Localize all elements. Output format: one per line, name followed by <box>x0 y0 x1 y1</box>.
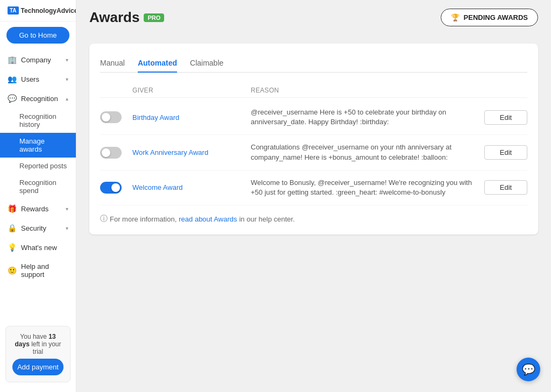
col-action <box>484 87 527 94</box>
company-icon: 🏢 <box>8 55 17 64</box>
whats-new-icon: 💡 <box>8 243 17 252</box>
toggle-switch-work-anniversary[interactable] <box>100 147 122 159</box>
toggle-switch-birthday[interactable] <box>100 111 122 123</box>
sidebar-item-label-recognition: Recognition <box>21 95 58 103</box>
pro-badge: PRO <box>144 13 164 22</box>
toggle-welcome[interactable] <box>100 182 132 194</box>
sidebar-item-recognition[interactable]: 💬 Recognition ▴ <box>0 89 76 108</box>
content-area: Manual Automated Claimable Giver Reason … <box>76 35 551 392</box>
toggle-work-anniversary[interactable] <box>100 147 132 159</box>
read-about-awards-link[interactable]: read about Awards <box>179 215 237 223</box>
help-icon: 🙂 <box>8 266 17 275</box>
toggle-birthday[interactable] <box>100 111 132 123</box>
chat-fab-button[interactable]: 💬 <box>517 358 540 381</box>
go-home-button[interactable]: Go to Home <box>6 27 69 44</box>
table-row: Work Anniversary Award Congratulations @… <box>100 135 527 170</box>
award-reason-work-anniversary: Congratulations @receiver_username on yo… <box>251 142 484 162</box>
logo-area: TA TechnologyAdvice <box>0 0 76 22</box>
chevron-down-icon: ▾ <box>66 57 68 63</box>
sidebar-item-label-help: Help and support <box>21 262 68 279</box>
tab-manual[interactable]: Manual <box>100 54 125 73</box>
chevron-down-icon: ▾ <box>66 76 68 82</box>
main-content: Awards PRO 🏆 PENDING AWARDS Manual Autom… <box>76 0 551 392</box>
award-name-birthday[interactable]: Birthday Award <box>132 113 251 122</box>
sidebar-item-label-users: Users <box>21 75 39 83</box>
chat-icon: 💬 <box>522 363 535 376</box>
table-row: Welcome Award Welcome to Bonusly, @recei… <box>100 170 527 205</box>
users-icon: 👥 <box>8 75 17 83</box>
awards-card: Manual Automated Claimable Giver Reason … <box>89 44 538 234</box>
recognition-icon: 💬 <box>8 94 17 103</box>
page-title-area: Awards PRO <box>89 9 164 26</box>
sidebar-item-label-rewards: Rewards <box>21 205 48 213</box>
trial-box: You have 13 days left in your trial Add … <box>5 326 70 382</box>
sidebar-item-security[interactable]: 🔒 Security ▾ <box>0 218 76 238</box>
edit-button-birthday[interactable]: Edit <box>484 110 527 125</box>
info-text-area: ⓘ For more information, read about Award… <box>100 214 527 224</box>
page-title: Awards <box>89 9 139 26</box>
tab-claimable[interactable]: Claimable <box>190 54 223 73</box>
logo-ta: TA <box>8 6 19 15</box>
trial-prefix: You have <box>20 333 48 340</box>
sidebar-item-rewards[interactable]: 🎁 Rewards ▾ <box>0 199 76 218</box>
sidebar-item-whats-new[interactable]: 💡 What's new <box>0 238 76 257</box>
tab-bar: Manual Automated Claimable <box>100 54 527 73</box>
sidebar-item-company[interactable]: 🏢 Company ▾ <box>0 50 76 69</box>
col-giver: Giver <box>132 87 251 94</box>
sidebar-bottom: You have 13 days left in your trial Add … <box>0 320 76 392</box>
sidebar-item-label-company: Company <box>21 56 51 64</box>
toggle-switch-welcome[interactable] <box>100 182 122 194</box>
award-name-work-anniversary[interactable]: Work Anniversary Award <box>132 148 251 156</box>
sidebar-item-label-security: Security <box>21 224 46 232</box>
logo-label: TechnologyAdvice <box>21 7 76 15</box>
sidebar-item-manage-awards[interactable]: Manage awards <box>0 133 76 158</box>
tab-automated[interactable]: Automated <box>138 54 177 73</box>
award-reason-welcome: Welcome to Bonusly, @receiver_username! … <box>251 178 484 197</box>
sidebar-item-recognition-spend[interactable]: Recognition spend <box>0 174 76 199</box>
sidebar-item-label-whats-new: What's new <box>21 244 57 252</box>
info-icon: ⓘ <box>100 214 108 224</box>
security-icon: 🔒 <box>8 224 17 232</box>
chevron-down-icon: ▾ <box>66 206 68 212</box>
award-name-welcome[interactable]: Welcome Award <box>132 183 251 191</box>
add-payment-button[interactable]: Add payment <box>12 359 63 375</box>
rewards-icon: 🎁 <box>8 204 17 213</box>
trial-suffix: left in your trial <box>30 340 61 355</box>
nav-section-main: 🏢 Company ▾ 👥 Users ▾ 💬 Recognition ▴ Re… <box>0 49 76 285</box>
sidebar: TA TechnologyAdvice Go to Home 🏢 Company… <box>0 0 76 392</box>
info-suffix: in our help center. <box>239 215 294 223</box>
page-header: Awards PRO 🏆 PENDING AWARDS <box>76 0 551 35</box>
chevron-up-icon: ▴ <box>66 96 68 102</box>
table-header: Giver Reason <box>100 83 527 98</box>
sidebar-item-recognition-history[interactable]: Recognition history <box>0 108 76 133</box>
pending-awards-button[interactable]: 🏆 PENDING AWARDS <box>441 9 538 26</box>
col-reason: Reason <box>251 87 484 94</box>
trophy-icon: 🏆 <box>451 13 460 22</box>
pending-awards-label: PENDING AWARDS <box>464 13 528 22</box>
award-reason-birthday: @receiver_username Here is +50 to celebr… <box>251 108 484 127</box>
edit-button-welcome[interactable]: Edit <box>484 180 527 195</box>
edit-button-work-anniversary[interactable]: Edit <box>484 145 527 160</box>
chevron-down-icon: ▾ <box>66 225 68 231</box>
col-toggle <box>100 87 132 94</box>
sidebar-item-users[interactable]: 👥 Users ▾ <box>0 69 76 89</box>
table-row: Birthday Award @receiver_username Here i… <box>100 100 527 135</box>
info-prefix: For more information, <box>110 215 176 223</box>
sidebar-item-help-support[interactable]: 🙂 Help and support <box>0 257 76 284</box>
sidebar-item-reported-posts[interactable]: Reported posts <box>0 158 76 174</box>
